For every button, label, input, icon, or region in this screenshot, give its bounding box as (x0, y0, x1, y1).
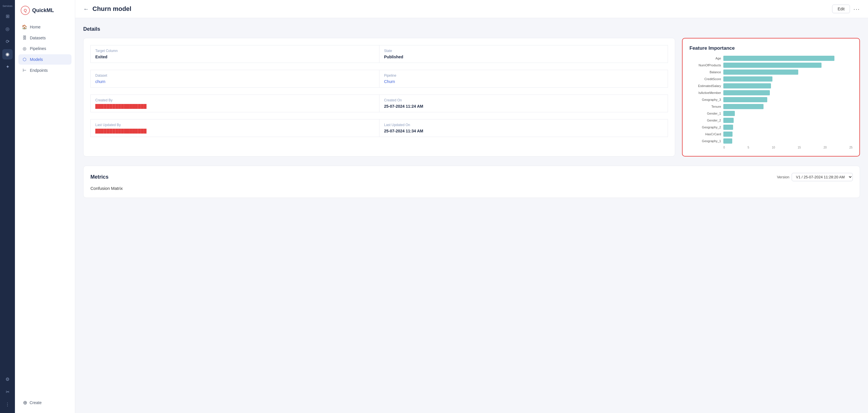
back-button[interactable]: ← (83, 6, 89, 12)
bar-label: NumOfProducts (689, 63, 721, 67)
bar-track (723, 104, 852, 109)
created-on-label: Created On (384, 98, 663, 102)
create-label: Create (30, 401, 42, 405)
code-icon[interactable]: ◎ (2, 24, 12, 34)
bar-fill (723, 90, 770, 95)
metrics-section-title: Metrics (90, 174, 108, 180)
bar-track (723, 69, 852, 75)
bar-row: Geography_2 (689, 125, 852, 130)
dataset-label: Dataset (95, 73, 375, 78)
bar-fill (723, 111, 735, 116)
target-column-label: Target Column (95, 49, 375, 53)
bar-label: Geography_1 (689, 139, 721, 143)
create-button[interactable]: ⊕ Create (20, 397, 70, 408)
bar-track (723, 118, 852, 123)
details-chart-row: Target Column Exited State Published Dat… (83, 38, 860, 156)
pipeline-value[interactable]: Churn (384, 79, 663, 84)
bar-row: Balance (689, 69, 852, 75)
bar-row: Tenure (689, 104, 852, 109)
created-on-item: Created On 25-07-2024 11:24 AM (379, 94, 668, 112)
x-label-20: 20 (824, 146, 827, 149)
dots-nav-icon[interactable]: ⋮ (2, 399, 12, 410)
confusion-matrix-label: Confusion Matrix (90, 186, 853, 191)
bar-row: NumOfProducts (689, 63, 852, 68)
metrics-section: Metrics Version V1 / 25-07-2024 11:28:20… (83, 166, 860, 198)
last-updated-on-value: 25-07-2024 11:34 AM (384, 129, 663, 133)
sidebar-item-models[interactable]: ⬡ Models (19, 54, 71, 65)
sidebar-item-home[interactable]: 🏠 Home (19, 22, 71, 32)
datasets-icon: 🗄 (22, 35, 27, 40)
bar-track (723, 139, 852, 144)
topbar-left: ← Churn model (83, 5, 131, 12)
bar-label: HasCrCard (689, 132, 721, 136)
sidebar-item-datasets[interactable]: 🗄 Datasets (19, 33, 71, 43)
sidebar: Q QuickML 🏠 Home 🗄 Datasets ◎ Pipelines … (15, 0, 75, 413)
detail-group-4: Last Updated By ██████████████████ Last … (90, 119, 668, 137)
bar-track (723, 77, 852, 82)
bar-label: Gender_2 (689, 119, 721, 122)
chart-area: AgeNumOfProductsBalanceCreditScoreEstima… (689, 56, 852, 149)
sidebar-item-home-label: Home (30, 25, 40, 29)
bar-chart: AgeNumOfProductsBalanceCreditScoreEstima… (689, 56, 852, 144)
bar-label: CreditScore (689, 77, 721, 81)
bar-row: Age (689, 56, 852, 61)
bar-track (723, 125, 852, 130)
bar-row: Geography_3 (689, 97, 852, 102)
last-updated-on-item: Last Updated On 25-07-2024 11:34 AM (379, 119, 668, 137)
topbar: ← Churn model Edit ··· (75, 0, 868, 18)
created-by-value: ██████████████████ (95, 104, 375, 109)
logo-icon: Q (21, 6, 30, 15)
bar-track (723, 56, 852, 61)
bar-row: Geography_1 (689, 139, 852, 144)
last-updated-by-label: Last Updated By (95, 123, 375, 127)
home-icon: 🏠 (22, 24, 27, 30)
x-label-25: 25 (849, 146, 852, 149)
pipeline-nav-icon[interactable]: ⟳ (2, 36, 12, 47)
bar-fill (723, 131, 733, 137)
created-on-value: 25-07-2024 11:24 AM (384, 104, 663, 109)
bar-track (723, 63, 852, 68)
created-by-item: Created By ██████████████████ (90, 94, 379, 112)
x-label-0: 0 (723, 146, 725, 149)
endpoints-icon: ⊢ (22, 68, 27, 73)
details-section-title: Details (83, 26, 860, 32)
bar-label: Balance (689, 70, 721, 74)
back-arrow-icon: ← (83, 6, 89, 12)
pipelines-icon: ◎ (22, 46, 27, 51)
dataset-value[interactable]: churn (95, 79, 375, 84)
detail-group-1: Target Column Exited State Published (90, 45, 668, 63)
last-updated-on-label: Last Updated On (384, 123, 663, 127)
feature-importance-chart: Feature Importance AgeNumOfProductsBalan… (682, 38, 860, 156)
main-content: ← Churn model Edit ··· Details Target Co… (75, 0, 868, 413)
grid-icon[interactable]: ⊞ (2, 11, 12, 22)
sidebar-item-pipelines-label: Pipelines (30, 46, 46, 51)
bar-fill (723, 83, 771, 88)
model-nav-icon[interactable]: ◉ (2, 49, 12, 59)
bar-fill (723, 63, 822, 68)
page-title: Churn model (92, 5, 131, 12)
bar-row: CreditScore (689, 77, 852, 82)
more-options-button[interactable]: ··· (854, 6, 860, 12)
bar-fill (723, 77, 772, 82)
created-by-label: Created By (95, 98, 375, 102)
sidebar-item-endpoints[interactable]: ⊢ Endpoints (19, 65, 71, 76)
details-panel: Target Column Exited State Published Dat… (83, 38, 675, 156)
bar-row: EstimatedSalary (689, 83, 852, 88)
sidebar-item-pipelines[interactable]: ◎ Pipelines (19, 43, 71, 54)
bar-label: IsActiveMember (689, 91, 721, 94)
bar-label: Age (689, 57, 721, 60)
edit-button[interactable]: Edit (832, 5, 850, 13)
star-icon[interactable]: ✦ (2, 62, 12, 72)
x-label-10: 10 (772, 146, 775, 149)
tools-icon[interactable]: ✂ (2, 387, 12, 397)
sidebar-nav: 🏠 Home 🗄 Datasets ◎ Pipelines ⬡ Models ⊢… (15, 22, 75, 76)
bar-track (723, 97, 852, 102)
settings-icon[interactable]: ⚙ (2, 374, 12, 384)
create-icon: ⊕ (23, 400, 27, 406)
content-area: Details Target Column Exited State Publi… (75, 18, 868, 413)
bar-fill (723, 56, 834, 61)
bar-fill (723, 125, 733, 130)
version-label: Version (777, 175, 789, 179)
version-select[interactable]: V1 / 25-07-2024 11:28:20 AM (792, 173, 853, 181)
target-column-item: Target Column Exited (90, 45, 379, 63)
